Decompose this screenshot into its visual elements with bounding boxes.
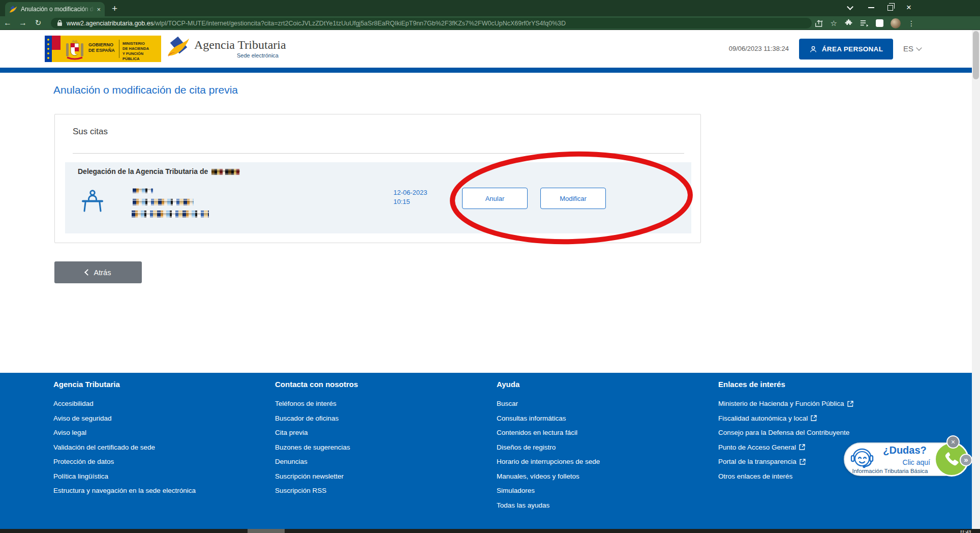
share-icon[interactable] [815,19,823,27]
chevron-left-icon [84,269,91,276]
footer-link[interactable]: Teléfonos de interés [275,400,478,407]
language-selector[interactable]: ES [903,44,921,53]
browser-toolbar: ← → ↻ www2.agenciatributaria.gob.es/wlpl… [0,16,980,30]
appointment-date: 12-06-2023 [393,188,427,197]
footer: Agencia TributariaAccesibilidadAviso de … [0,373,972,529]
window-minimize-button[interactable] [863,0,880,15]
extensions-puzzle-icon[interactable] [844,19,853,27]
footer-link[interactable]: Política lingüística [53,472,257,480]
reading-list-icon[interactable] [860,20,869,27]
spain-flag-stripe [52,36,60,50]
appointment-title-text: Delegación de la Agencia Tributaria de [78,167,208,175]
footer-column-title: Contacta con nosotros [275,380,478,389]
address-bar[interactable]: www2.agenciatributaria.gob.es/wlpl/TOCP-… [51,18,812,28]
tab-strip: Anulación o modificación de cita × + × [0,0,980,16]
footer-column-title: Agencia Tributaria [53,380,257,389]
brand-subtitle: Sede electrónica [237,52,279,58]
footer-column-title: Ayuda [497,380,700,389]
ministerio-text: MINISTERIODE HACIENDAY FUNCIÓN PÚBLICA [122,41,161,62]
redacted-line-2 [133,199,194,205]
footer-link[interactable]: Todas las ayudas [497,501,700,509]
footer-link[interactable]: Buscador de oficinas [275,414,478,422]
desk-appointment-icon [80,189,105,213]
widget-close-button[interactable]: × [946,435,960,449]
footer-link[interactable]: Consultas informáticas [497,414,700,422]
footer-link[interactable]: Buzones de sugerencias [275,443,478,451]
extension-icon[interactable] [876,19,883,27]
footer-link[interactable]: Simuladores [497,487,700,494]
tab-close-icon[interactable]: × [97,6,101,13]
url-path: /wlpl/TOCP-MUTE/internet/gestioncita?cit… [154,20,566,27]
footer-link[interactable]: Manuales, vídeos y folletos [497,472,700,480]
appointment-row: Delegación de la Agencia Tributaria de 1… [65,162,691,233]
widget-expand-button[interactable]: » [960,454,972,466]
footer-link[interactable]: Denuncias [275,458,478,465]
toolbar-icons: ☆ ⋮ [815,16,915,30]
page-scrollbar[interactable] [972,30,980,529]
appointment-title: Delegación de la Agencia Tributaria de [78,167,240,175]
appointment-datetime: 12-06-2023 10:15 [393,188,427,206]
browser-menu-icon[interactable]: ⋮ [908,19,915,27]
footer-column: AyudaBuscarConsultas informáticasConteni… [497,380,700,516]
footer-link[interactable]: Fiscalidad autonómica y local [718,414,922,422]
footer-link[interactable]: Horario de interrupciones de sede [497,458,700,465]
screen: Anulación o modificación de cita × + × ←… [0,0,980,533]
gobierno-text: GOBIERNODE ESPAÑA [88,42,115,53]
card-heading: Sus citas [73,127,108,137]
footer-link[interactable]: Estructura y navegación en la sede elect… [53,487,257,494]
footer-link[interactable]: Consejo para la Defensa del Contribuyent… [718,429,922,436]
eu-flag-stripe [45,36,52,62]
scrollbar-thumb[interactable] [973,31,979,79]
tab-title: Anulación o modificación de cita [21,6,95,13]
agencia-tributaria-logo[interactable] [167,34,190,58]
card-divider [73,153,684,154]
atras-label: Atrás [94,269,111,277]
browser-chrome: Anulación o modificación de cita × + × ←… [0,0,980,30]
external-link-icon [811,415,817,421]
appointments-card: Sus citas Delegación de la Agencia Tribu… [54,114,701,243]
bookmark-star-icon[interactable]: ☆ [831,19,837,28]
profile-avatar[interactable] [891,18,901,28]
brand-name[interactable]: Agencia Tributaria [194,38,286,52]
forward-button[interactable]: → [15,18,30,27]
page-title: Anulación o modificación de cita previa [53,84,238,96]
footer-link[interactable]: Ministerio de Hacienda y Función Pública [718,400,922,407]
footer-link[interactable]: Cita previa [275,429,478,436]
footer-link[interactable]: Suscripción newsletter [275,472,478,480]
modificar-button[interactable]: Modificar [540,188,606,209]
external-link-icon [799,444,805,450]
footer-link[interactable]: Suscripción RSS [275,487,478,494]
dudas-title[interactable]: ¿Dudas? [878,445,931,456]
government-logo[interactable]: GOBIERNODE ESPAÑA MINISTERIODE HACIENDAY… [45,36,161,62]
reload-button[interactable]: ↻ [30,18,46,27]
window-restore-button[interactable] [881,0,899,15]
anular-button[interactable]: Anular [462,188,528,209]
footer-link[interactable]: Validación del certificado de sede [53,443,257,451]
footer-column-title: Enlaces de interés [718,380,922,389]
footer-link[interactable]: Accesibilidad [53,400,257,407]
phone-icon [942,450,961,468]
tab-search-button[interactable] [841,0,859,15]
footer-link[interactable]: Buscar [497,400,700,407]
footer-link[interactable]: Contenidos en lectura fácil [497,429,700,436]
footer-link[interactable]: Diseños de registro [497,443,700,451]
new-tab-button[interactable]: + [112,4,117,14]
window-close-button[interactable]: × [900,0,917,15]
external-link-icon [800,459,806,465]
area-personal-button[interactable]: ÁREA PERSONAL [799,39,893,60]
dudas-subtitle[interactable]: Clic aquí [879,458,930,466]
coat-of-arms [64,37,85,61]
atras-button[interactable]: Atrás [54,261,142,283]
footer-link[interactable]: Aviso de seguridad [53,414,257,422]
footer-link[interactable]: Aviso legal [53,429,257,436]
footer-link[interactable]: Protección de datos [53,458,257,465]
footer-column: Agencia TributariaAccesibilidadAviso de … [53,380,257,501]
chevron-down-icon [916,45,922,50]
footer-column: Contacta con nosotrosTeléfonos de interé… [275,380,478,501]
redacted-line-1 [133,188,153,193]
person-icon [809,45,817,53]
browser-tab[interactable]: Anulación o modificación de cita × [5,2,105,16]
taskbar-app-sliver [248,529,285,533]
back-button[interactable]: ← [0,18,15,27]
lock-icon [57,20,63,26]
